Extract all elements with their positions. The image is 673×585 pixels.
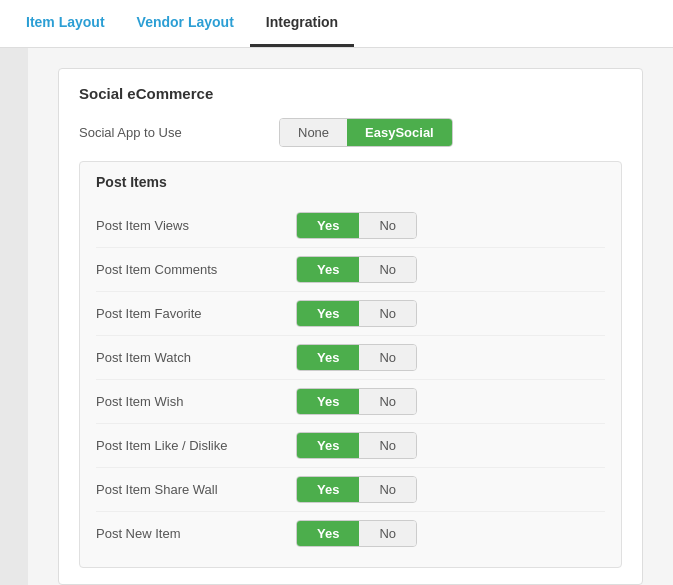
post-item-toggle-watch: Yes No xyxy=(296,344,417,371)
yes-btn-watch[interactable]: Yes xyxy=(297,345,359,370)
post-item-toggle-like-dislike: Yes No xyxy=(296,432,417,459)
post-items-title: Post Items xyxy=(96,174,605,190)
social-app-toggle-group: None EasySocial xyxy=(279,118,453,147)
post-item-row-wish: Post Item Wish Yes No xyxy=(96,380,605,424)
post-item-toggle-new-item: Yes No xyxy=(296,520,417,547)
post-item-label-views: Post Item Views xyxy=(96,218,296,233)
post-items-card: Post Items Post Item Views Yes No Post I… xyxy=(79,161,622,568)
post-item-label-like-dislike: Post Item Like / Dislike xyxy=(96,438,296,453)
sidebar-stub xyxy=(0,48,28,585)
social-app-easysocial-btn[interactable]: EasySocial xyxy=(347,119,452,146)
post-item-row-favorite: Post Item Favorite Yes No xyxy=(96,292,605,336)
yes-btn-views[interactable]: Yes xyxy=(297,213,359,238)
post-item-toggle-favorite: Yes No xyxy=(296,300,417,327)
post-item-label-watch: Post Item Watch xyxy=(96,350,296,365)
post-item-toggle-wish: Yes No xyxy=(296,388,417,415)
post-item-row-comments: Post Item Comments Yes No xyxy=(96,248,605,292)
no-btn-views[interactable]: No xyxy=(359,213,416,238)
yes-btn-wish[interactable]: Yes xyxy=(297,389,359,414)
main-content: Social eCommerce Social App to Use None … xyxy=(28,48,673,585)
tab-bar: Item Layout Vendor Layout Integration xyxy=(0,0,673,48)
no-btn-new-item[interactable]: No xyxy=(359,521,416,546)
yes-btn-like-dislike[interactable]: Yes xyxy=(297,433,359,458)
yes-btn-new-item[interactable]: Yes xyxy=(297,521,359,546)
post-item-toggle-views: Yes No xyxy=(296,212,417,239)
no-btn-watch[interactable]: No xyxy=(359,345,416,370)
post-item-label-favorite: Post Item Favorite xyxy=(96,306,296,321)
social-app-label: Social App to Use xyxy=(79,125,279,140)
social-app-row: Social App to Use None EasySocial xyxy=(79,118,622,147)
post-item-row-share-wall: Post Item Share Wall Yes No xyxy=(96,468,605,512)
post-item-row-views: Post Item Views Yes No xyxy=(96,204,605,248)
tab-vendor-layout[interactable]: Vendor Layout xyxy=(121,0,250,47)
yes-btn-comments[interactable]: Yes xyxy=(297,257,359,282)
no-btn-favorite[interactable]: No xyxy=(359,301,416,326)
post-item-row-new-item: Post New Item Yes No xyxy=(96,512,605,555)
post-item-toggle-comments: Yes No xyxy=(296,256,417,283)
social-ecommerce-card: Social eCommerce Social App to Use None … xyxy=(58,68,643,585)
yes-btn-favorite[interactable]: Yes xyxy=(297,301,359,326)
post-item-row-watch: Post Item Watch Yes No xyxy=(96,336,605,380)
no-btn-wish[interactable]: No xyxy=(359,389,416,414)
no-btn-share-wall[interactable]: No xyxy=(359,477,416,502)
post-item-label-comments: Post Item Comments xyxy=(96,262,296,277)
tab-item-layout[interactable]: Item Layout xyxy=(10,0,121,47)
yes-btn-share-wall[interactable]: Yes xyxy=(297,477,359,502)
post-item-toggle-share-wall: Yes No xyxy=(296,476,417,503)
no-btn-comments[interactable]: No xyxy=(359,257,416,282)
tab-integration[interactable]: Integration xyxy=(250,0,354,47)
post-item-row-like-dislike: Post Item Like / Dislike Yes No xyxy=(96,424,605,468)
social-app-none-btn[interactable]: None xyxy=(280,119,347,146)
post-item-label-new-item: Post New Item xyxy=(96,526,296,541)
social-ecommerce-title: Social eCommerce xyxy=(79,85,622,102)
post-item-label-share-wall: Post Item Share Wall xyxy=(96,482,296,497)
no-btn-like-dislike[interactable]: No xyxy=(359,433,416,458)
post-item-label-wish: Post Item Wish xyxy=(96,394,296,409)
